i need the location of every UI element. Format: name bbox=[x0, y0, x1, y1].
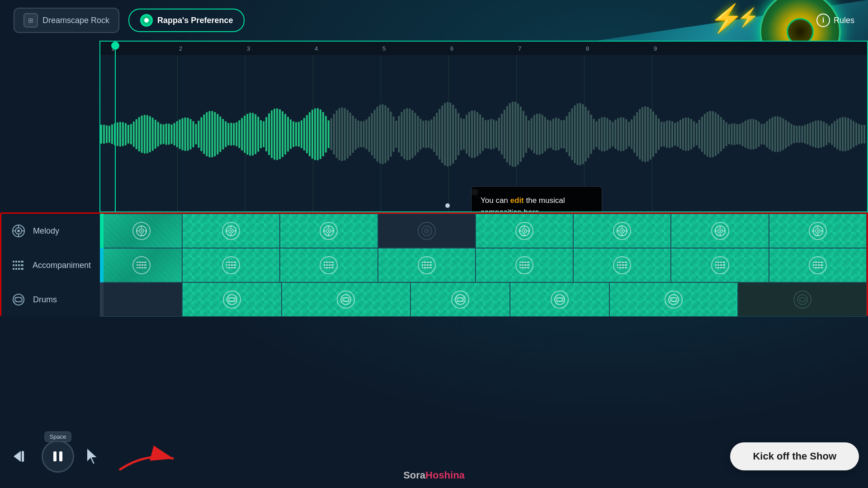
svg-rect-243 bbox=[758, 122, 760, 147]
svg-rect-195 bbox=[628, 122, 630, 147]
svg-rect-173 bbox=[569, 112, 571, 156]
svg-rect-137 bbox=[471, 110, 473, 158]
red-arrow-container bbox=[110, 443, 192, 470]
drums-label-text: Drums bbox=[33, 295, 57, 305]
acc-cell-4[interactable] bbox=[378, 248, 476, 282]
svg-rect-227 bbox=[715, 113, 717, 156]
svg-rect-239 bbox=[747, 119, 749, 149]
svg-rect-106 bbox=[387, 108, 389, 161]
svg-rect-184 bbox=[598, 119, 600, 150]
drums-cell-4[interactable] bbox=[410, 282, 510, 317]
svg-rect-102 bbox=[377, 107, 378, 161]
svg-rect-143 bbox=[487, 120, 489, 149]
svg-rect-144 bbox=[490, 119, 492, 150]
svg-rect-363 bbox=[325, 262, 326, 269]
svg-rect-47 bbox=[227, 123, 229, 145]
svg-rect-132 bbox=[458, 113, 459, 155]
melody-cell-6[interactable] bbox=[573, 214, 671, 248]
svg-rect-12 bbox=[133, 122, 135, 147]
ruler-mark-4: 4 bbox=[313, 42, 318, 55]
accompaniment-indicator bbox=[100, 248, 104, 282]
playhead[interactable] bbox=[115, 42, 116, 211]
svg-rect-251 bbox=[779, 117, 781, 151]
svg-rect-114 bbox=[409, 108, 410, 160]
melody-cell-5[interactable] bbox=[476, 214, 573, 248]
svg-rect-44 bbox=[219, 117, 221, 152]
drums-cell-7[interactable] bbox=[738, 282, 867, 317]
melody-cell-icon-7 bbox=[711, 222, 729, 240]
svg-rect-351 bbox=[138, 262, 139, 269]
drums-cell-3[interactable] bbox=[282, 282, 410, 317]
svg-rect-189 bbox=[612, 122, 613, 146]
svg-rect-73 bbox=[298, 122, 300, 147]
svg-rect-43 bbox=[217, 114, 218, 155]
drums-cell-icon-6 bbox=[665, 291, 683, 309]
svg-rect-22 bbox=[160, 124, 162, 145]
playhead-handle bbox=[111, 42, 119, 50]
melody-cell-2[interactable] bbox=[182, 214, 280, 248]
acc-cell-2[interactable] bbox=[182, 248, 280, 282]
track-selector[interactable]: ⊞ Dreamscape Rock bbox=[14, 8, 119, 33]
watermark: SoraHoshina bbox=[403, 469, 465, 481]
melody-cell-4[interactable] bbox=[378, 214, 476, 248]
acc-cell-5[interactable] bbox=[476, 248, 573, 282]
acc-cell-3[interactable] bbox=[280, 248, 377, 282]
svg-rect-27 bbox=[174, 123, 175, 145]
svg-rect-54 bbox=[246, 114, 248, 155]
melody-cell-1[interactable] bbox=[101, 214, 182, 248]
kick-off-button[interactable]: Kick off the Show bbox=[730, 442, 859, 470]
svg-rect-250 bbox=[777, 116, 778, 152]
svg-rect-394 bbox=[817, 262, 818, 269]
drums-cell-6[interactable] bbox=[609, 282, 738, 317]
svg-rect-222 bbox=[701, 117, 703, 152]
drums-cell-2[interactable] bbox=[182, 282, 282, 317]
timeline-ruler: 1 2 3 4 5 6 7 8 9 bbox=[100, 42, 867, 55]
svg-rect-31 bbox=[184, 117, 186, 151]
melody-cell-icon-8 bbox=[809, 222, 827, 240]
accompaniment-label-text: Accompaniment bbox=[33, 261, 91, 270]
melody-cell-7[interactable] bbox=[671, 214, 769, 248]
acc-cell-7[interactable] bbox=[671, 248, 769, 282]
melody-cells bbox=[101, 214, 867, 248]
svg-rect-50 bbox=[236, 122, 237, 146]
svg-rect-199 bbox=[639, 109, 641, 160]
bottom-controls: Space Kick off the Show bbox=[9, 438, 859, 474]
ruler-mark-9: 9 bbox=[652, 42, 657, 55]
preference-label: Rappa's Preference bbox=[157, 16, 233, 25]
svg-rect-185 bbox=[601, 117, 603, 151]
svg-rect-259 bbox=[801, 126, 803, 142]
svg-rect-104 bbox=[382, 104, 384, 164]
svg-rect-39 bbox=[206, 112, 208, 156]
svg-rect-115 bbox=[411, 110, 413, 158]
svg-rect-112 bbox=[403, 109, 405, 159]
acc-cell-8[interactable] bbox=[769, 248, 867, 282]
svg-rect-228 bbox=[717, 114, 719, 154]
acc-cell-1[interactable] bbox=[101, 248, 182, 282]
drums-cell-5[interactable] bbox=[510, 282, 609, 317]
rules-button[interactable]: i Rules bbox=[816, 14, 854, 27]
drums-cell-1[interactable] bbox=[101, 282, 182, 317]
svg-rect-216 bbox=[685, 117, 687, 151]
preference-selector[interactable]: Rappa's Preference bbox=[128, 9, 245, 32]
svg-rect-220 bbox=[696, 123, 698, 145]
svg-rect-171 bbox=[563, 120, 565, 148]
acc-cell-6[interactable] bbox=[573, 248, 671, 282]
svg-rect-211 bbox=[671, 121, 673, 147]
cursor-icon bbox=[83, 446, 101, 467]
play-pause-button[interactable]: Space bbox=[42, 440, 74, 473]
svg-rect-223 bbox=[704, 114, 706, 155]
svg-point-316 bbox=[524, 230, 525, 232]
svg-rect-164 bbox=[544, 117, 546, 151]
svg-rect-425 bbox=[59, 451, 62, 461]
melody-cell-3[interactable] bbox=[280, 214, 377, 248]
melody-cell-8[interactable] bbox=[769, 214, 867, 248]
svg-rect-264 bbox=[815, 121, 816, 148]
svg-rect-187 bbox=[606, 118, 608, 150]
svg-rect-35 bbox=[195, 124, 197, 144]
svg-point-292 bbox=[141, 230, 142, 232]
svg-rect-20 bbox=[155, 120, 156, 149]
rewind-button[interactable] bbox=[9, 445, 33, 468]
svg-rect-153 bbox=[514, 102, 516, 167]
svg-rect-78 bbox=[311, 110, 313, 159]
space-label: Space bbox=[50, 433, 66, 440]
